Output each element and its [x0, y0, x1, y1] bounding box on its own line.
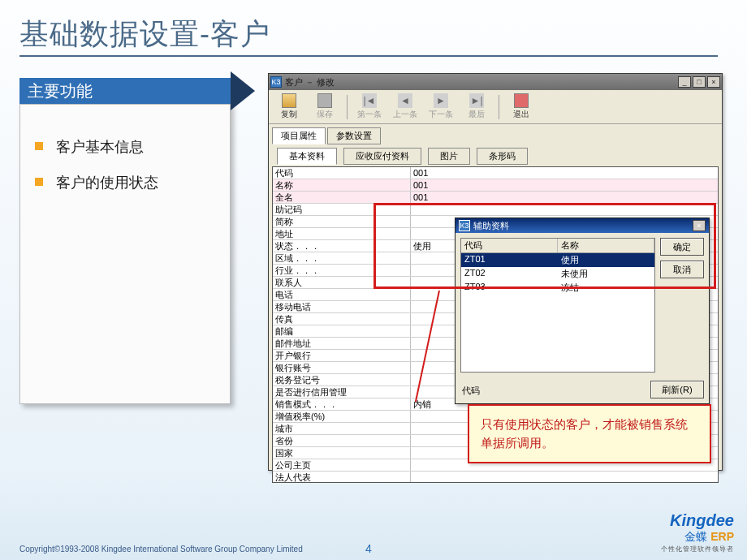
app-title: 客户 － 修改 — [285, 76, 678, 88]
grid-field-value[interactable] — [411, 472, 718, 483]
tab-param-settings[interactable]: 参数设置 — [327, 127, 381, 144]
aux-header-code: 代码 — [461, 239, 558, 252]
grid-field-label: 邮件地址 — [273, 338, 411, 349]
tab-image[interactable]: 图片 — [428, 148, 470, 165]
toolbar: 复制 保存 |◄第一条 ◄上一条 ►下一条 ►|最后 退出 — [269, 90, 722, 124]
aux-code-label: 代码 — [462, 385, 480, 397]
grid-field-label: 省份 — [273, 435, 411, 446]
grid-field-label: 增值税率(%) — [273, 411, 411, 422]
aux-list-row[interactable]: ZT02未使用 — [461, 267, 654, 281]
section-header: 主要功能 — [19, 78, 231, 104]
aux-cancel-button[interactable]: 取消 — [660, 261, 704, 278]
grid-row[interactable]: 助记码 — [273, 204, 718, 216]
copy-icon — [282, 93, 296, 108]
tabs-level2: 基本资料 应收应付资料 图片 条形码 — [269, 144, 722, 165]
grid-field-label: 联系人 — [273, 277, 411, 288]
tab-ar-ap[interactable]: 应收应付资料 — [343, 148, 421, 165]
prev-icon: ◄ — [398, 93, 412, 108]
aux-title-text: 辅助资料 — [473, 220, 693, 232]
logo: Kingdee 金蝶 ERP 个性化管理软件领导者 — [661, 511, 734, 554]
tab-item-attributes[interactable]: 项目属性 — [272, 127, 326, 144]
aux-cell-name: 冻结 — [558, 281, 654, 295]
save-icon — [317, 93, 332, 108]
grid-field-label: 区域．．． — [273, 252, 411, 264]
slide-title: 基础数据设置-客户 — [19, 15, 270, 54]
toolbar-first[interactable]: |◄第一条 — [352, 93, 386, 120]
tab-basic-info[interactable]: 基本资料 — [277, 148, 337, 165]
grid-field-label: 行业．．． — [273, 265, 411, 276]
grid-field-value[interactable]: 001 — [411, 192, 718, 203]
grid-field-label: 国家 — [273, 447, 411, 459]
grid-field-label: 地址 — [273, 228, 411, 239]
aux-cell-code: ZT01 — [461, 253, 558, 267]
grid-field-label: 状态．．． — [273, 240, 411, 252]
grid-field-label: 城市 — [273, 423, 411, 434]
toolbar-last[interactable]: ►|最后 — [460, 93, 494, 120]
grid-field-value[interactable]: 001 — [411, 179, 718, 191]
grid-field-label: 名称 — [273, 179, 411, 191]
aux-cell-code: ZT03 — [461, 281, 558, 295]
aux-list-row[interactable]: ZT03冻结 — [461, 281, 654, 295]
aux-close-button[interactable]: × — [693, 220, 706, 231]
aux-titlebar: K3 辅助资料 × — [456, 218, 709, 233]
grid-field-label: 助记码 — [273, 204, 411, 215]
grid-field-label: 公司主页 — [273, 459, 411, 471]
grid-row[interactable]: 法人代表 — [273, 472, 718, 483]
toolbar-save[interactable]: 保存 — [308, 93, 342, 120]
maximize-button[interactable]: □ — [693, 76, 706, 88]
toolbar-label: 最后 — [468, 109, 485, 120]
left-panel: 主要功能 客户基本信息 客户的使用状态 — [19, 78, 231, 404]
toolbar-exit[interactable]: 退出 — [504, 93, 538, 120]
aux-cell-code: ZT02 — [461, 267, 558, 281]
logo-sub-cn: 金蝶 — [684, 530, 707, 543]
bullet-item: 客户基本信息 — [35, 137, 215, 157]
toolbar-label: 保存 — [317, 109, 333, 120]
grid-field-value[interactable]: 001 — [411, 167, 718, 179]
grid-field-label: 法人代表 — [273, 472, 411, 483]
toolbar-separator — [499, 95, 499, 119]
grid-field-label: 税务登记号 — [273, 374, 411, 386]
toolbar-next[interactable]: ►下一条 — [424, 93, 458, 120]
footer-copyright: Copyright©1993-2008 Kingdee Internationa… — [19, 545, 303, 554]
toolbar-prev[interactable]: ◄上一条 — [388, 93, 422, 120]
grid-field-label: 传真 — [273, 313, 411, 325]
toolbar-label: 复制 — [281, 109, 297, 120]
close-button[interactable]: × — [707, 76, 720, 88]
aux-list-header: 代码 名称 — [461, 239, 654, 253]
grid-field-label: 移动电话 — [273, 301, 411, 312]
aux-refresh-button[interactable]: 刷新(R) — [650, 381, 704, 398]
tab-barcode[interactable]: 条形码 — [477, 148, 528, 165]
aux-cell-name: 使用 — [558, 253, 654, 267]
grid-field-value[interactable] — [411, 204, 718, 215]
next-icon: ► — [434, 93, 448, 108]
aux-header-name: 名称 — [558, 239, 654, 252]
grid-field-label: 全名 — [273, 192, 411, 203]
grid-field-label: 邮编 — [273, 325, 411, 337]
toolbar-separator — [347, 95, 348, 119]
aux-ok-button[interactable]: 确定 — [660, 238, 704, 256]
toolbar-copy[interactable]: 复制 — [272, 93, 306, 120]
grid-row[interactable]: 名称001 — [273, 179, 718, 192]
aux-icon: K3 — [459, 220, 470, 231]
grid-row[interactable]: 代码001 — [273, 167, 718, 179]
aux-cell-name: 未使用 — [558, 267, 654, 281]
aux-list[interactable]: 代码 名称 ZT01使用ZT02未使用ZT03冻结 — [460, 238, 655, 373]
tabs-level1: 项目属性 参数设置 — [269, 124, 722, 144]
first-icon: |◄ — [362, 93, 377, 108]
annotation-callout: 只有使用状态的客户，才能被销售系统单据所调用。 — [468, 404, 711, 463]
logo-tagline: 个性化管理软件领导者 — [661, 545, 734, 554]
grid-row[interactable]: 全名001 — [273, 192, 718, 204]
aux-list-row[interactable]: ZT01使用 — [461, 253, 654, 267]
app-icon: K3 — [270, 76, 282, 88]
logo-sub-erp: ERP — [710, 530, 734, 543]
title-underline — [19, 55, 718, 57]
toolbar-label: 退出 — [513, 109, 529, 120]
last-icon: ►| — [469, 93, 484, 108]
toolbar-label: 第一条 — [357, 109, 382, 120]
exit-icon — [514, 93, 529, 108]
grid-field-label: 代码 — [273, 167, 411, 179]
grid-field-label: 销售模式．．． — [273, 398, 411, 410]
bullet-item: 客户的使用状态 — [35, 173, 215, 192]
grid-field-label: 简称 — [273, 216, 411, 227]
minimize-button[interactable]: _ — [678, 76, 691, 88]
